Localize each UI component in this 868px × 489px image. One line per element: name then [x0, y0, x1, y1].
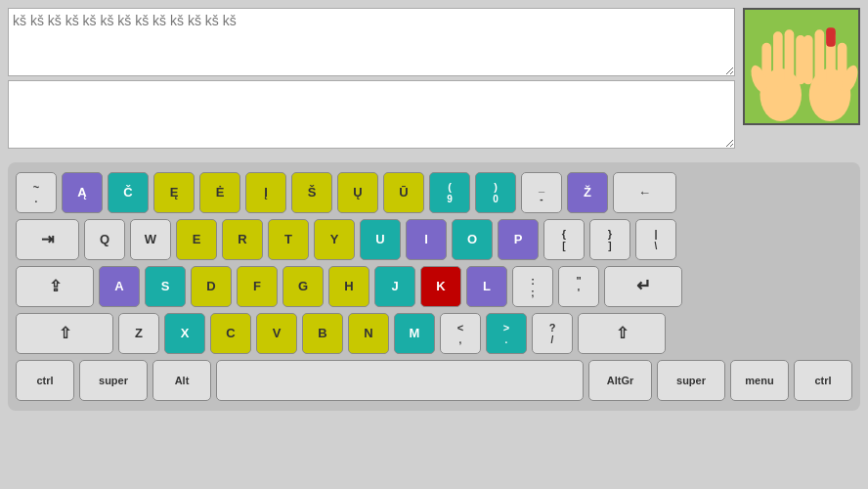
- key-j[interactable]: J: [374, 266, 415, 307]
- key-row-1: ~. Ą Č Ę Ė Į Š Ų Ū (9 )0 _- Ž ←: [16, 172, 852, 213]
- key-space[interactable]: [216, 360, 584, 401]
- key-bracket-open[interactable]: {[: [543, 219, 585, 260]
- key-t[interactable]: T: [268, 219, 309, 260]
- key-o[interactable]: O: [452, 219, 493, 260]
- key-n[interactable]: N: [348, 313, 389, 354]
- hand-svg: [745, 10, 858, 123]
- key-i-ogonek[interactable]: Į: [245, 172, 286, 213]
- key-y[interactable]: Y: [314, 219, 355, 260]
- key-row-5: ctrl super Alt AltGr super menu ctrl: [16, 360, 852, 401]
- key-tab[interactable]: ⇥: [16, 219, 79, 260]
- key-b[interactable]: B: [302, 313, 343, 354]
- key-q[interactable]: Q: [84, 219, 125, 260]
- key-comma[interactable]: <,: [440, 313, 481, 354]
- key-d[interactable]: D: [191, 266, 232, 307]
- key-a-ogonek[interactable]: Ą: [62, 172, 103, 213]
- svg-rect-13: [826, 27, 836, 46]
- key-c-caron[interactable]: Č: [108, 172, 149, 213]
- svg-rect-10: [815, 29, 825, 84]
- key-0[interactable]: )0: [475, 172, 516, 213]
- key-a[interactable]: A: [99, 266, 140, 307]
- key-minus[interactable]: _-: [521, 172, 562, 213]
- key-z-caron[interactable]: Ž: [567, 172, 608, 213]
- input-textarea-bottom[interactable]: [8, 80, 735, 149]
- key-k[interactable]: K: [420, 266, 461, 307]
- key-9[interactable]: (9: [429, 172, 470, 213]
- key-l[interactable]: L: [466, 266, 507, 307]
- key-v[interactable]: V: [256, 313, 297, 354]
- key-bracket-close[interactable]: }]: [589, 219, 630, 260]
- key-shift-left[interactable]: ⇧: [16, 313, 113, 354]
- svg-rect-11: [803, 35, 813, 84]
- key-quote[interactable]: "': [558, 266, 599, 307]
- text-areas: [8, 8, 735, 149]
- key-ctrl-right[interactable]: ctrl: [794, 360, 852, 401]
- key-u-macron[interactable]: Ū: [383, 172, 424, 213]
- key-s-caron[interactable]: Š: [291, 172, 332, 213]
- key-f[interactable]: F: [237, 266, 278, 307]
- key-z[interactable]: Z: [118, 313, 159, 354]
- key-p[interactable]: P: [498, 219, 539, 260]
- key-u[interactable]: U: [360, 219, 401, 260]
- key-ctrl-left[interactable]: ctrl: [16, 360, 74, 401]
- key-row-3: ⇪ A S D F G H J K L :; "' ↵: [16, 266, 852, 307]
- key-i[interactable]: I: [406, 219, 447, 260]
- key-shift-right[interactable]: ⇧: [578, 313, 666, 354]
- key-row-4: ⇧ Z X C V B N M <, >. ?/ ⇧: [16, 313, 852, 354]
- keyboard: ~. Ą Č Ę Ė Į Š Ų Ū (9 )0 _- Ž ← ⇥ Q W E …: [8, 162, 860, 411]
- key-c[interactable]: C: [210, 313, 251, 354]
- key-super-right[interactable]: super: [657, 360, 725, 401]
- key-enter[interactable]: ↵: [604, 266, 682, 307]
- key-tilde[interactable]: ~.: [16, 172, 57, 213]
- svg-rect-3: [773, 31, 783, 86]
- key-super-left[interactable]: super: [79, 360, 148, 401]
- key-e-dot[interactable]: Ė: [199, 172, 240, 213]
- key-e-ogonek[interactable]: Ę: [153, 172, 195, 213]
- key-u-ogonek[interactable]: Ų: [337, 172, 378, 213]
- key-g[interactable]: G: [282, 266, 324, 307]
- key-w[interactable]: W: [130, 219, 171, 260]
- key-semicolon[interactable]: :;: [512, 266, 553, 307]
- key-r[interactable]: R: [222, 219, 263, 260]
- key-backspace[interactable]: ←: [613, 172, 676, 213]
- key-altgr[interactable]: AltGr: [588, 360, 652, 401]
- svg-rect-4: [785, 29, 795, 84]
- input-textarea-top[interactable]: [8, 8, 735, 76]
- key-e[interactable]: E: [176, 219, 217, 260]
- key-backslash[interactable]: |\: [635, 219, 676, 260]
- key-row-2: ⇥ Q W E R T Y U I O P {[ }] |\: [16, 219, 852, 260]
- top-section: [0, 0, 868, 149]
- key-capslock[interactable]: ⇪: [16, 266, 94, 307]
- key-x[interactable]: X: [164, 313, 205, 354]
- key-slash[interactable]: ?/: [532, 313, 573, 354]
- key-period[interactable]: >.: [486, 313, 527, 354]
- key-m[interactable]: M: [394, 313, 435, 354]
- key-menu[interactable]: menu: [730, 360, 789, 401]
- hand-diagram: [743, 8, 860, 125]
- key-h[interactable]: H: [328, 266, 369, 307]
- key-s[interactable]: S: [145, 266, 186, 307]
- key-alt[interactable]: Alt: [152, 360, 211, 401]
